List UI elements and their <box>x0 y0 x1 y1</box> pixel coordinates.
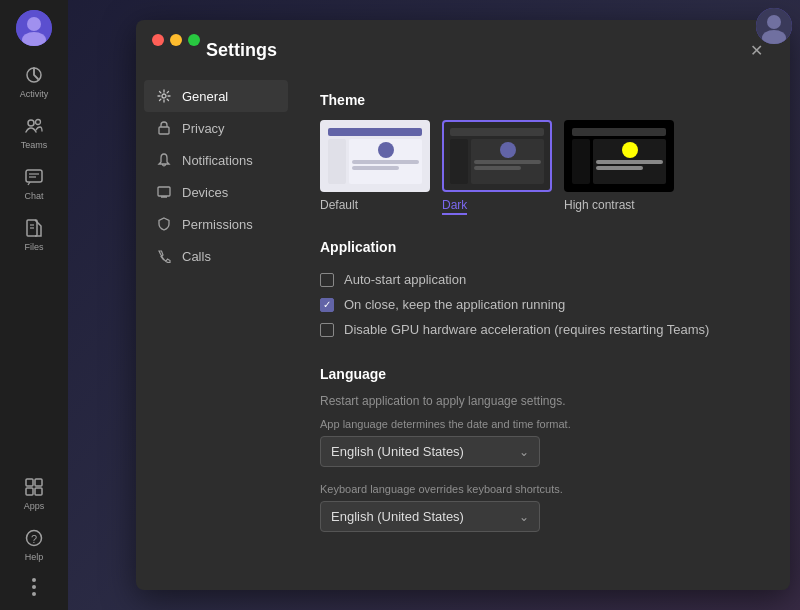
nav-panel: General Privacy <box>136 76 296 590</box>
language-section: Restart application to apply language se… <box>320 394 766 532</box>
app-language-dropdown-arrow: ⌄ <box>519 445 529 459</box>
sidebar-item-files[interactable]: Files <box>10 211 58 258</box>
preview-header <box>328 128 422 136</box>
avatar[interactable] <box>16 10 52 46</box>
user-avatar[interactable] <box>756 8 792 44</box>
preview-line-1 <box>352 160 419 164</box>
theme-label-hc: High contrast <box>564 198 635 212</box>
sidebar-item-activity-label: Activity <box>20 89 49 99</box>
keyboard-language-value: English (United States) <box>331 509 464 524</box>
permissions-icon <box>156 216 172 232</box>
checkbox-autostart-label: Auto-start application <box>344 272 466 287</box>
nav-item-general[interactable]: General <box>144 80 288 112</box>
dot-3 <box>32 592 36 596</box>
preview-dark-avatar <box>500 142 516 158</box>
preview-body <box>328 139 422 184</box>
svg-rect-20 <box>158 187 170 196</box>
svg-rect-14 <box>26 488 33 495</box>
nav-item-devices[interactable]: Devices <box>144 176 288 208</box>
svg-point-4 <box>28 120 34 126</box>
sidebar-item-help[interactable]: ? Help <box>10 521 58 568</box>
checkbox-row-keeprunning[interactable]: On close, keep the application running <box>320 292 766 317</box>
svg-point-18 <box>162 94 166 98</box>
checkbox-row-disablegpu[interactable]: Disable GPU hardware acceleration (requi… <box>320 317 766 342</box>
privacy-icon <box>156 120 172 136</box>
checkbox-autostart[interactable] <box>320 273 334 287</box>
application-section-title: Application <box>320 239 766 255</box>
nav-item-notifications[interactable]: Notifications <box>144 144 288 176</box>
sidebar-item-help-label: Help <box>25 552 44 562</box>
nav-item-notifications-label: Notifications <box>182 153 253 168</box>
svg-rect-12 <box>26 479 33 486</box>
application-section: Auto-start application On close, keep th… <box>320 267 766 342</box>
checkbox-disablegpu[interactable] <box>320 323 334 337</box>
preview-dark-line-2 <box>474 166 521 170</box>
sidebar-item-teams[interactable]: Teams <box>10 109 58 156</box>
files-icon <box>23 217 45 239</box>
chat-icon <box>23 166 45 188</box>
notifications-icon <box>156 152 172 168</box>
nav-item-calls[interactable]: Calls <box>144 240 288 272</box>
svg-point-1 <box>27 17 41 31</box>
theme-preview-default <box>320 120 430 192</box>
content-panel: Theme <box>296 76 790 590</box>
theme-label-default: Default <box>320 198 358 212</box>
sidebar-item-chat-label: Chat <box>24 191 43 201</box>
checkbox-keeprunning[interactable] <box>320 298 334 312</box>
devices-icon <box>156 184 172 200</box>
app-language-value: English (United States) <box>331 444 464 459</box>
nav-item-permissions[interactable]: Permissions <box>144 208 288 240</box>
checkbox-row-autostart[interactable]: Auto-start application <box>320 267 766 292</box>
dot-1 <box>32 578 36 582</box>
app-language-dropdown[interactable]: English (United States) ⌄ <box>320 436 540 467</box>
window-controls <box>152 34 200 46</box>
nav-item-devices-label: Devices <box>182 185 228 200</box>
svg-point-24 <box>767 15 781 29</box>
preview-hc-line-1 <box>596 160 663 164</box>
help-icon: ? <box>23 527 45 549</box>
dialog-header: Settings ✕ <box>136 20 790 76</box>
preview-hc-sidebar <box>572 139 590 184</box>
preview-hc-line-2 <box>596 166 643 170</box>
sidebar-item-teams-label: Teams <box>21 140 48 150</box>
preview-dark-body <box>450 139 544 184</box>
nav-item-permissions-label: Permissions <box>182 217 253 232</box>
app-shell: Activity Teams <box>0 0 800 610</box>
checkbox-keeprunning-label: On close, keep the application running <box>344 297 565 312</box>
sidebar: Activity Teams <box>0 0 68 610</box>
language-section-title: Language <box>320 366 766 382</box>
preview-hc-avatar <box>622 142 638 158</box>
nav-item-calls-label: Calls <box>182 249 211 264</box>
window-close-button[interactable] <box>152 34 164 46</box>
dialog-body: General Privacy <box>136 76 790 590</box>
theme-option-high-contrast[interactable]: High contrast <box>564 120 674 215</box>
sidebar-item-chat[interactable]: Chat <box>10 160 58 207</box>
main-area: Settings ✕ General <box>68 0 800 610</box>
window-maximize-button[interactable] <box>188 34 200 46</box>
theme-option-default[interactable]: Default <box>320 120 430 215</box>
teams-icon <box>23 115 45 137</box>
general-icon <box>156 88 172 104</box>
svg-rect-13 <box>35 479 42 486</box>
preview-dark-header <box>450 128 544 136</box>
keyboard-language-dropdown-arrow: ⌄ <box>519 510 529 524</box>
theme-option-dark[interactable]: Dark <box>442 120 552 215</box>
keyboard-language-dropdown[interactable]: English (United States) ⌄ <box>320 501 540 532</box>
preview-dark-sidebar <box>450 139 468 184</box>
nav-item-general-label: General <box>182 89 228 104</box>
theme-grid: Default <box>320 120 766 215</box>
preview-hc-main <box>593 139 666 184</box>
dot-2 <box>32 585 36 589</box>
app-language-description: App language determines the date and tim… <box>320 418 766 430</box>
sidebar-item-apps[interactable]: Apps <box>10 470 58 517</box>
preview-line-2 <box>352 166 399 170</box>
sidebar-more-button[interactable] <box>10 572 58 602</box>
preview-avatar <box>378 142 394 158</box>
svg-text:?: ? <box>31 533 37 545</box>
window-minimize-button[interactable] <box>170 34 182 46</box>
sidebar-item-apps-label: Apps <box>24 501 45 511</box>
language-restart-notice: Restart application to apply language se… <box>320 394 766 408</box>
nav-item-privacy[interactable]: Privacy <box>144 112 288 144</box>
dialog-title: Settings <box>206 40 277 61</box>
sidebar-item-activity[interactable]: Activity <box>10 58 58 105</box>
